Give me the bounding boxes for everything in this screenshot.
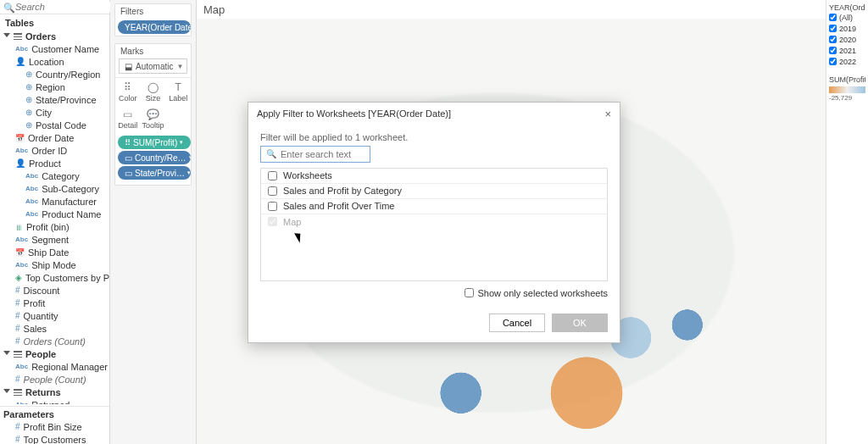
worksheet-row[interactable]: Sales and Profit Over Time — [261, 199, 607, 214]
select-all-checkbox[interactable] — [268, 171, 277, 180]
show-only-label: Show only selected worksheets — [478, 288, 608, 298]
worksheets-header-label: Worksheets — [283, 170, 332, 180]
show-only-row: Show only selected worksheets — [260, 288, 608, 298]
dialog-footer: Cancel OK — [248, 307, 620, 342]
apply-filter-dialog: Apply Filter to Worksheets [YEAR(Order D… — [248, 102, 620, 343]
worksheet-checkbox[interactable] — [268, 186, 277, 196]
worksheet-row: Map — [261, 214, 607, 230]
close-icon[interactable]: × — [604, 108, 611, 120]
worksheet-header-row[interactable]: Worksheets — [261, 169, 607, 184]
dialog-search-input[interactable] — [281, 149, 364, 159]
cursor-icon — [297, 231, 307, 245]
show-only-checkbox[interactable] — [465, 288, 474, 297]
dialog-header: Apply Filter to Worksheets [YEAR(Order D… — [248, 103, 620, 125]
dialog-hint: Filter will be applied to 1 worksheet. — [260, 132, 608, 142]
worksheet-checkbox — [268, 217, 277, 226]
search-icon: 🔍 — [266, 149, 276, 158]
worksheet-checkbox[interactable] — [268, 202, 277, 211]
ok-button[interactable]: OK — [552, 314, 608, 332]
dialog-search: 🔍 — [260, 146, 370, 163]
cancel-button[interactable]: Cancel — [489, 314, 545, 332]
dialog-title: Apply Filter to Worksheets [YEAR(Order D… — [257, 108, 451, 119]
worksheet-row[interactable]: Sales and Profit by Category — [261, 184, 607, 199]
worksheet-list: Worksheets Sales and Profit by CategoryS… — [260, 168, 608, 281]
modal-overlay: Apply Filter to Worksheets [YEAR(Order D… — [0, 0, 868, 444]
